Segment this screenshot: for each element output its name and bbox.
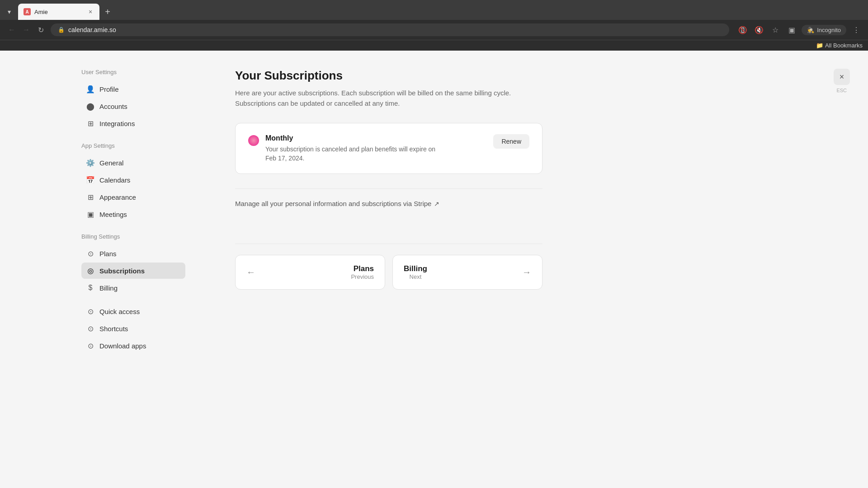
tab-close-button[interactable]: × [87, 8, 94, 15]
description-line2: Subscriptions can be updated or cancelle… [235, 99, 400, 107]
nav-buttons: ← Plans Previous Billing Next → [235, 255, 542, 290]
integrations-icon: ⊞ [86, 119, 95, 128]
subscription-info: Monthly Your subscription is canceled an… [248, 134, 435, 163]
external-link-icon: ↗ [434, 200, 439, 207]
bookmarks-bar: 📁 All Bookmarks [0, 40, 868, 51]
divider2 [235, 244, 542, 244]
sidebar-quick-access-label: Quick access [99, 308, 140, 315]
description-line1: Here are your active subscriptions. Each… [235, 89, 511, 97]
sidebar-integrations-label: Integrations [99, 120, 135, 127]
billing-icon: $ [86, 283, 95, 292]
sidebar-item-shortcuts[interactable]: ⊙ Shortcuts [81, 320, 185, 337]
page-description: Here are your active subscriptions. Each… [235, 88, 542, 108]
sidebar-meetings-label: Meetings [99, 211, 127, 218]
prev-nav-subtitle: Previous [351, 273, 374, 280]
sidebar-item-profile[interactable]: 👤 Profile [81, 81, 185, 97]
camera-off-icon[interactable]: 📵 [736, 23, 749, 36]
new-tab-button[interactable]: + [101, 5, 114, 18]
sidebar-item-plans[interactable]: ⊙ Plans [81, 245, 185, 262]
incognito-icon: 🕵️ [807, 27, 814, 33]
forward-button[interactable]: → [20, 23, 33, 36]
plans-icon: ⊙ [86, 249, 95, 258]
sidebar-item-general[interactable]: ⚙️ General [81, 155, 185, 171]
billing-settings-label: Billing Settings [81, 233, 185, 240]
profile-icon: 👤 [86, 84, 95, 94]
toolbar: ← → ↻ 🔒 calendar.amie.so 📵 🔇 ☆ ▣ 🕵️ Inco… [0, 20, 868, 40]
bookmarks-folder-icon: 📁 [816, 42, 823, 49]
stripe-link[interactable]: Manage all your personal information and… [235, 200, 841, 207]
general-icon: ⚙️ [86, 158, 95, 167]
esc-label: ESC [836, 88, 847, 93]
next-nav-subtitle: Next [404, 273, 427, 280]
shortcuts-icon: ⊙ [86, 324, 95, 333]
sidebar-item-quick-access[interactable]: ⊙ Quick access [81, 303, 185, 319]
meetings-icon: ▣ [86, 210, 95, 219]
page-title: Your Subscriptions [235, 69, 841, 83]
toolbar-nav: ← → ↻ [5, 23, 47, 36]
address-text: calendar.amie.so [68, 26, 116, 33]
close-button[interactable]: × [834, 69, 850, 85]
sidebar-item-billing[interactable]: $ Billing [81, 280, 185, 296]
all-bookmarks-link[interactable]: 📁 All Bookmarks [816, 42, 863, 49]
appearance-icon: ⊞ [86, 192, 95, 202]
sidebar-item-subscriptions[interactable]: ◎ Subscriptions [81, 263, 185, 279]
subscription-icon [248, 135, 259, 146]
prev-nav-content: Plans Previous [351, 264, 374, 280]
subscriptions-icon: ◎ [86, 266, 95, 275]
browser-chrome: ▾ A Amie × + ← → ↻ 🔒 calendar.amie.so 📵 … [0, 0, 868, 51]
sidebar-accounts-label: Accounts [99, 103, 127, 110]
incognito-badge: 🕵️ Incognito [802, 25, 846, 35]
next-nav-button[interactable]: Billing Next → [392, 255, 542, 290]
sidebar-item-integrations[interactable]: ⊞ Integrations [81, 115, 185, 131]
refresh-button[interactable]: ↻ [34, 23, 47, 36]
bookmarks-label: All Bookmarks [825, 42, 863, 49]
sidebar-item-meetings[interactable]: ▣ Meetings [81, 206, 185, 222]
stripe-text: Manage all your personal information and… [235, 200, 431, 207]
quick-access-icon: ⊙ [86, 307, 95, 316]
subscription-description: Your subscription is canceled and plan b… [265, 145, 435, 163]
subscription-card: Monthly Your subscription is canceled an… [235, 123, 542, 174]
sidebar-calendars-label: Calendars [99, 176, 130, 184]
divider [235, 188, 542, 189]
tab-back-button[interactable]: ▾ [4, 6, 14, 17]
sub-desc-line2: Feb 17, 2024. [265, 155, 304, 162]
star-icon[interactable]: ☆ [769, 23, 782, 36]
menu-button[interactable]: ⋮ [850, 23, 863, 36]
sidebar-subscriptions-label: Subscriptions [99, 267, 145, 275]
lock-icon: 🔒 [58, 27, 65, 33]
sub-desc-line1: Your subscription is canceled and plan b… [265, 145, 435, 153]
tab-bar: ▾ A Amie × + [0, 0, 868, 20]
tab-item[interactable]: A Amie × [18, 4, 99, 20]
subscription-name: Monthly [265, 134, 435, 142]
sidebar-shortcuts-label: Shortcuts [99, 325, 128, 333]
sidebar-billing-label: Billing [99, 284, 118, 292]
sidebar-download-apps-label: Download apps [99, 342, 146, 350]
main-content: × ESC Your Subscriptions Here are your a… [208, 51, 868, 480]
mic-off-icon[interactable]: 🔇 [753, 23, 765, 36]
next-arrow-icon: → [522, 267, 531, 277]
sidebar-plans-label: Plans [99, 250, 117, 258]
tab-nav-arrows[interactable]: ▾ [4, 6, 14, 17]
sidebar-item-accounts[interactable]: ⬤ Accounts [81, 98, 185, 114]
renew-button[interactable]: Renew [493, 134, 529, 149]
sidebar-item-calendars[interactable]: 📅 Calendars [81, 172, 185, 188]
address-bar[interactable]: 🔒 calendar.amie.so [51, 23, 729, 36]
prev-nav-button[interactable]: ← Plans Previous [235, 255, 385, 290]
tab-title-text: Amie [34, 9, 83, 15]
sidebar-item-download-apps[interactable]: ⊙ Download apps [81, 338, 185, 354]
user-settings-label: User Settings [81, 69, 185, 75]
sidebar-profile-label: Profile [99, 85, 119, 93]
tab-favicon: A [24, 8, 31, 15]
sidebar-item-appearance[interactable]: ⊞ Appearance [81, 189, 185, 205]
calendars-icon: 📅 [86, 175, 95, 184]
sidebar: User Settings 👤 Profile ⬤ Accounts ⊞ Int… [0, 51, 208, 480]
download-apps-icon: ⊙ [86, 341, 95, 350]
page-content: User Settings 👤 Profile ⬤ Accounts ⊞ Int… [0, 51, 868, 480]
app-settings-label: App Settings [81, 142, 185, 149]
prev-arrow-icon: ← [246, 267, 255, 277]
back-button[interactable]: ← [5, 23, 18, 36]
incognito-label: Incognito [817, 27, 841, 33]
toolbar-right: 📵 🔇 ☆ ▣ 🕵️ Incognito ⋮ [736, 23, 863, 36]
sidebar-toggle-icon[interactable]: ▣ [785, 23, 798, 36]
next-nav-content: Billing Next [404, 264, 427, 280]
